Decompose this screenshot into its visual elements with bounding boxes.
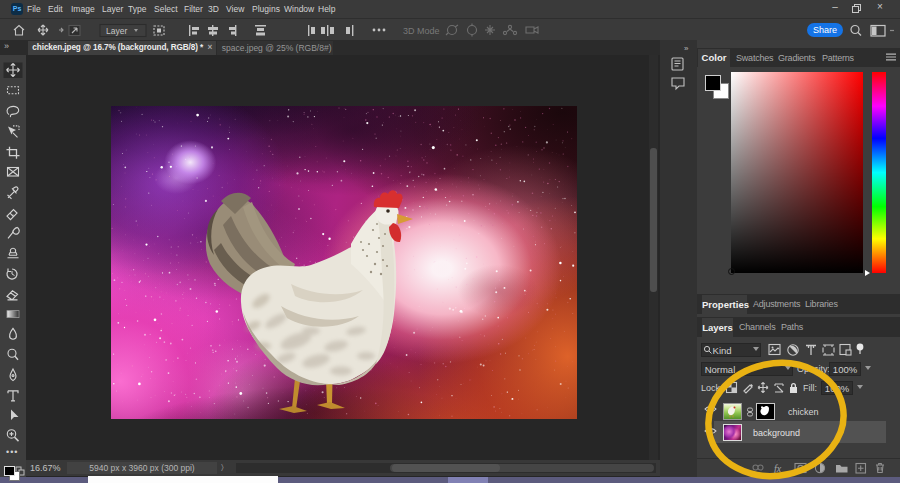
svg-text:Layer: Layer [106, 26, 127, 36]
svg-text:3D Mode: 3D Mode [403, 26, 440, 36]
